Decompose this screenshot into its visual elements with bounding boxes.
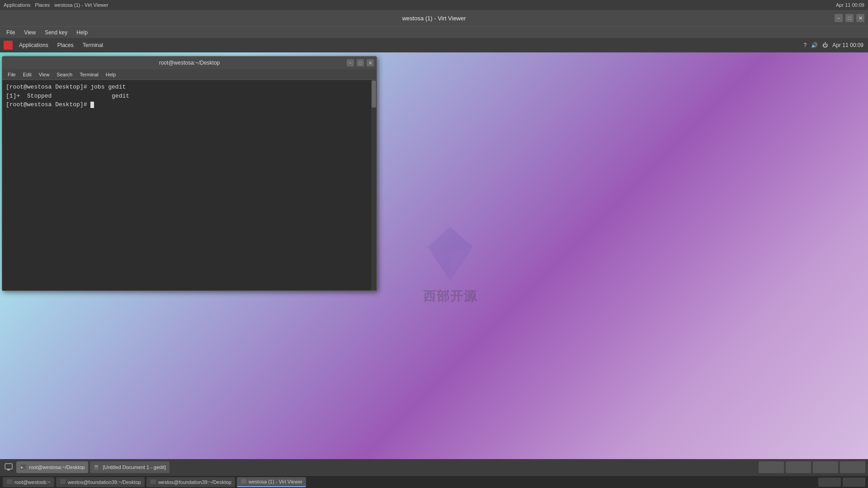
terminal-titlebar-btns: − □ ✕ [347, 59, 374, 66]
host-taskbar-right-btn-1[interactable] [818, 478, 841, 487]
guest-terminal-label[interactable]: Terminal [80, 41, 106, 49]
terminal-line-1: [root@westosa Desktop]# jobs gedit [6, 83, 373, 92]
terminal-menu-edit[interactable]: Edit [20, 71, 34, 78]
svg-rect-9 [94, 465, 99, 470]
watermark: 西部开源 [423, 225, 477, 305]
taskbar-terminal-btn[interactable]: ▶_ root@westosa:~/Desktop [16, 461, 88, 473]
taskbar-right-btn-3[interactable] [813, 461, 838, 473]
terminal-line-2: [1]+ Stopped gedit [6, 92, 373, 101]
terminal-menu-file[interactable]: File [5, 71, 19, 78]
svg-rect-12 [7, 479, 12, 484]
guest-help-icon: ? [804, 42, 807, 48]
taskbar-right-btn-1[interactable] [759, 461, 784, 473]
virt-menu-help[interactable]: Help [73, 28, 91, 37]
virt-viewer-outer: Applications Places westosa (1) - Virt V… [0, 0, 868, 488]
terminal-scrollbar-thumb [372, 80, 376, 108]
svg-rect-15 [241, 479, 246, 483]
guest-taskbar: ▶_ root@westosa:~/Desktop [Untitled Docu… [0, 459, 868, 475]
taskbar-gedit-label: [Untitled Document 1 - gedit] [103, 465, 165, 470]
virt-menu-file[interactable]: File [3, 28, 19, 37]
terminal-close-button[interactable]: ✕ [367, 59, 374, 66]
taskbar-show-desktop-icon[interactable] [3, 461, 14, 473]
host-taskbar-item-4-label: westosa (1) - Virt Viewer [249, 479, 302, 484]
host-taskbar-right-btn-2[interactable] [843, 478, 865, 487]
host-taskbar-item-1[interactable]: root@westosb:~ [3, 477, 54, 487]
terminal-menubar: File Edit View Search Terminal Help [2, 69, 377, 80]
virt-menubar: File View Send key Help [0, 26, 868, 38]
terminal-line-3: [root@westosa Desktop]# [6, 100, 373, 109]
host-topbar-left: Applications Places westosa (1) - Virt V… [4, 2, 830, 8]
host-window-title: westosa (1) - Virt Viewer [54, 2, 108, 8]
guest-area: Applications Places Terminal ? 🔊 ⏻ Apr 1… [0, 38, 868, 475]
terminal-maximize-button[interactable]: □ [357, 59, 364, 66]
host-taskbar-right [818, 478, 865, 487]
svg-marker-0 [5, 42, 11, 48]
terminal-menu-terminal[interactable]: Terminal [77, 71, 101, 78]
host-topbar: Applications Places westosa (1) - Virt V… [0, 0, 868, 10]
virt-titlebar: westosa (1) - Virt Viewer − □ ✕ [0, 10, 868, 26]
terminal-cursor [90, 102, 94, 108]
guest-applications-label[interactable]: Applications [16, 41, 51, 49]
guest-app-icon [4, 41, 13, 50]
virt-title: westosa (1) - Virt Viewer [402, 15, 466, 22]
host-datetime: Apr 11 00:09 [836, 2, 864, 8]
host-apps-label[interactable]: Applications [4, 2, 30, 8]
host-taskbar-item-2-label: westos@foundation39:~/Desktop [68, 479, 141, 485]
watermark-diamond [425, 225, 475, 283]
taskbar-right [759, 461, 865, 473]
virt-close-button[interactable]: ✕ [856, 14, 864, 22]
terminal-scrollbar[interactable] [371, 80, 377, 291]
taskbar-right-btn-4[interactable] [840, 461, 865, 473]
virt-menu-sendkey[interactable]: Send key [41, 28, 71, 37]
host-taskbar-item-1-label: root@westosb:~ [14, 479, 51, 485]
guest-places-label[interactable]: Places [55, 41, 76, 49]
guest-volume-icon: 🔊 [811, 42, 818, 48]
virt-menu-view[interactable]: View [20, 28, 39, 37]
guest-toppanel: Applications Places Terminal ? 🔊 ⏻ Apr 1… [0, 38, 868, 52]
virt-titlebar-buttons: − □ ✕ [835, 14, 864, 22]
host-taskbar-item-3-label: westos@foundation39:~/Desktop [158, 479, 231, 485]
svg-text:▶_: ▶_ [21, 465, 26, 469]
terminal-minimize-button[interactable]: − [347, 59, 354, 66]
host-topbar-right: Apr 11 00:09 [836, 2, 864, 8]
watermark-text: 西部开源 [423, 288, 477, 305]
taskbar-terminal-label: root@westosa:~/Desktop [29, 465, 85, 470]
host-places-label[interactable]: Places [35, 2, 50, 8]
terminal-menu-search[interactable]: Search [54, 71, 75, 78]
svg-rect-13 [60, 479, 66, 484]
virt-minimize-button[interactable]: − [835, 14, 843, 22]
svg-rect-6 [7, 469, 10, 470]
terminal-titlebar: root@westosa:~/Desktop − □ ✕ [2, 56, 377, 69]
host-taskbar-item-4[interactable]: westosa (1) - Virt Viewer [237, 477, 306, 487]
host-taskbar-item-2[interactable]: westos@foundation39:~/Desktop [56, 477, 145, 487]
guest-power-icon: ⏻ [822, 42, 828, 48]
host-taskbar: root@westosb:~ westos@foundation39:~/Des… [0, 475, 868, 488]
terminal-menu-help[interactable]: Help [103, 71, 119, 78]
terminal-menu-view[interactable]: View [36, 71, 52, 78]
terminal-window: root@westosa:~/Desktop − □ ✕ File Edit V… [2, 56, 377, 291]
svg-rect-14 [151, 479, 156, 484]
terminal-content[interactable]: [root@westosa Desktop]# jobs gedit [1]+ … [2, 80, 377, 291]
terminal-title: root@westosa:~/Desktop [159, 60, 220, 66]
taskbar-gedit-btn[interactable]: [Untitled Document 1 - gedit] [90, 461, 169, 473]
guest-panel-right: ? 🔊 ⏻ Apr 11 00:09 [804, 42, 863, 48]
taskbar-right-btn-2[interactable] [786, 461, 811, 473]
host-taskbar-item-3[interactable]: westos@foundation39:~/Desktop [146, 477, 235, 487]
guest-datetime: Apr 11 00:09 [832, 42, 863, 48]
svg-rect-5 [5, 464, 12, 469]
guest-desktop: Applications Places Terminal ? 🔊 ⏻ Apr 1… [0, 38, 868, 475]
virt-maximize-button[interactable]: □ [845, 14, 854, 22]
